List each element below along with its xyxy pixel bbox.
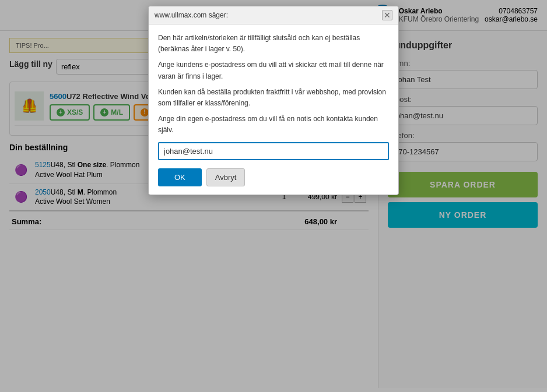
modal-body: Den här artikeln/storleken är tillfällig…	[149, 24, 398, 195]
modal-para1: Den här artikeln/storleken är tillfällig…	[158, 33, 389, 55]
modal-close-button[interactable]: ✕	[382, 10, 392, 20]
modal-buttons: OK Avbryt	[158, 168, 389, 186]
modal-title: www.ullmax.com säger:	[155, 11, 228, 19]
modal-ok-button[interactable]: OK	[158, 168, 202, 186]
modal-text: Den här artikeln/storleken är tillfällig…	[158, 33, 389, 136]
modal-dialog: www.ullmax.com säger: ✕ Den här artikeln…	[148, 6, 399, 195]
modal-para3: Kunden kan då beställa produkten fraktfr…	[158, 87, 389, 109]
modal-titlebar: www.ullmax.com säger: ✕	[149, 6, 398, 24]
modal-para4: Ange din egen e-postadress om du vill få…	[158, 114, 389, 136]
modal-overlay: www.ullmax.com säger: ✕ Den här artikeln…	[0, 0, 547, 392]
modal-para2: Ange kundens e-postadress om du vill att…	[158, 59, 389, 82]
modal-cancel-button[interactable]: Avbryt	[206, 168, 246, 186]
modal-email-input[interactable]	[158, 142, 389, 160]
